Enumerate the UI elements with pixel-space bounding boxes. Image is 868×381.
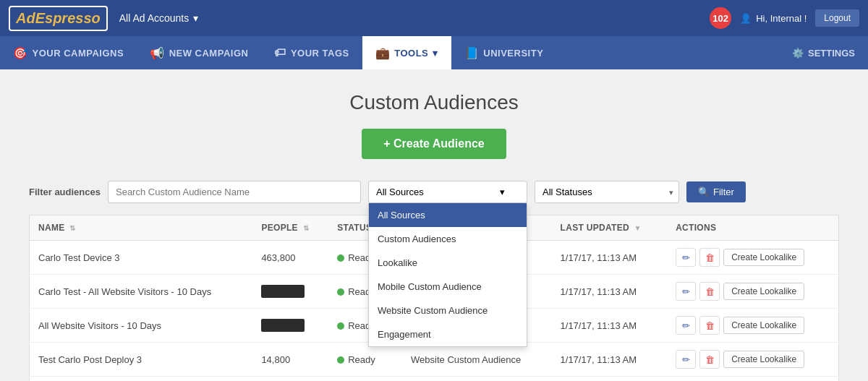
status-label: Ready [348,354,375,365]
statuses-dropdown-wrapper: All Statuses ▾ [535,181,679,203]
create-audience-button[interactable]: + Create Audience [362,129,506,159]
sources-dropdown-wrapper: All Sources ▾ All Sources Custom Audienc… [368,181,527,203]
user-icon: 👤 [740,13,752,24]
nav-your-campaigns[interactable]: 🎯 YOUR CAMPAIGNS [0,36,137,69]
top-bar: AdEspresso All Ad Accounts ▾ 102 👤 Hi, I… [0,0,868,36]
col-name: NAME ⇅ [30,215,253,241]
create-lookalike-button[interactable]: Create Lookalike [723,351,804,368]
filter-label: Filter audiences [29,187,101,197]
cell-name: All Website Visitors - 10 Days [30,309,253,343]
sources-dropdown-trigger[interactable]: All Sources ▾ [368,181,527,203]
nav-settings[interactable]: ⚙️ SETTINGS [779,36,868,69]
cell-source: Website Custom Audience [402,343,551,377]
logo-espresso: Espresso [35,10,101,26]
cell-people: 215,100 [252,377,328,382]
cell-people [252,275,328,309]
create-lookalike-button[interactable]: Create Lookalike [723,249,804,266]
page-title: Custom Audiences [29,91,839,114]
sort-name-icon[interactable]: ⇅ [69,224,75,232]
cell-source: Website Custom Audience [402,377,551,382]
secondary-nav: 🎯 YOUR CAMPAIGNS 📢 NEW CAMPAIGN 🏷 YOUR T… [0,36,868,69]
new-campaign-icon: 📢 [150,46,165,60]
campaigns-icon: 🎯 [13,46,28,60]
cell-name: Carlo Test Device 3 [30,241,253,275]
account-selector[interactable]: All Ad Accounts ▾ [119,12,199,24]
delete-button[interactable]: 🗑 [699,316,720,335]
cell-name: Test Carlo Post Deploy 3 [30,343,253,377]
sort-people-icon[interactable]: ⇅ [303,224,309,232]
status-dot [337,356,344,364]
status-dot [337,288,344,296]
tools-icon: 💼 [375,46,391,60]
tags-icon: 🏷 [274,46,286,59]
chevron-down-icon: ▾ [193,12,198,24]
search-input[interactable] [108,181,361,203]
cell-name: Test Max [30,377,253,382]
nav-new-campaign[interactable]: 📢 NEW CAMPAIGN [137,36,261,69]
cell-last-updated: 1/17/17, 11:13 AM [552,309,668,343]
create-lookalike-button[interactable]: Create Lookalike [723,283,804,300]
col-last-updated: LAST UPDATED ▼ [552,215,668,241]
logout-button[interactable]: Logout [815,9,859,27]
logo-ad: Ad [16,10,35,26]
top-right-actions: 102 👤 Hi, Internal ! Logout [710,7,859,29]
edit-button[interactable]: ✏ [676,316,696,335]
main-content: Custom Audiences + Create Audience Filte… [0,69,868,381]
cell-people: 463,800 [252,241,328,275]
cell-people: 14,800 [252,343,328,377]
status-dot [337,322,344,330]
edit-button[interactable]: ✏ [676,248,696,267]
action-buttons: ✏ 🗑 Create Lookalike [676,350,830,369]
action-buttons: ✏ 🗑 Create Lookalike [676,316,830,335]
nav-university[interactable]: 📘 UNIVERSITY [451,36,557,69]
sources-option-all[interactable]: All Sources [369,203,527,227]
delete-button[interactable]: 🗑 [699,248,720,267]
cell-last-updated: 1/17/17, 11:13 AM [552,275,668,309]
filter-button[interactable]: 🔍 Filter [686,181,746,202]
cell-last-updated: 1/17/17, 11:13 AM [552,377,668,382]
nav-your-tags[interactable]: 🏷 YOUR TAGS [261,36,362,69]
cell-name: Carlo Test - All Website Visitors - 10 D… [30,275,253,309]
table-row: Test Carlo Post Deploy 314,800ReadyWebsi… [30,343,839,377]
sources-selected-label: All Sources [376,187,424,197]
cell-last-updated: 1/17/17, 11:13 AM [552,241,668,275]
search-icon: 🔍 [698,187,710,197]
cell-actions: ✏ 🗑 Create Lookalike [667,309,838,343]
action-buttons: ✏ 🗑 Create Lookalike [676,248,830,267]
cell-status: Ready [328,343,402,377]
col-people: PEOPLE ⇅ [252,215,328,241]
sort-updated-icon[interactable]: ▼ [634,224,642,232]
sources-dropdown-menu: All Sources Custom Audiences Lookalike M… [368,203,527,347]
logo: AdEspresso [9,6,108,31]
status-dot [337,254,344,262]
cell-actions: ✏ 🗑 Create Lookalike [667,275,838,309]
cell-actions: ✏ 🗑 Create Lookalike [667,343,838,377]
people-color-bar [261,319,305,332]
edit-button[interactable]: ✏ [676,282,696,301]
create-lookalike-button[interactable]: Create Lookalike [723,317,804,334]
user-info: 👤 Hi, Internal ! [740,13,807,24]
edit-button[interactable]: ✏ [676,350,696,369]
col-actions: ACTIONS [667,215,838,241]
cell-last-updated: 1/17/17, 11:13 AM [552,343,668,377]
sources-option-lookalike[interactable]: Lookalike [369,251,527,275]
cell-people [252,309,328,343]
sources-option-mobile[interactable]: Mobile Custom Audience [369,275,527,299]
statuses-dropdown[interactable]: All Statuses [535,181,679,203]
delete-button[interactable]: 🗑 [699,282,720,301]
delete-button[interactable]: 🗑 [699,350,720,369]
filter-row: Filter audiences All Sources ▾ All Sourc… [29,181,839,203]
sources-option-website[interactable]: Website Custom Audience [369,299,527,322]
cell-status: Ready [328,377,402,382]
tools-dropdown-icon: ▾ [433,48,438,59]
notification-badge[interactable]: 102 [710,7,731,29]
nav-tools[interactable]: 💼 TOOLS ▾ [362,36,451,69]
sources-option-engagement[interactable]: Engagement [369,322,527,346]
settings-icon: ⚙️ [792,48,804,59]
sources-chevron-icon: ▾ [500,187,505,197]
sources-option-custom[interactable]: Custom Audiences [369,227,527,251]
people-color-bar [261,285,305,298]
user-greeting: Hi, Internal ! [756,13,807,24]
cell-actions: ✏ 🗑 Create Lookalike [667,377,838,382]
table-row: Test Max215,100ReadyWebsite Custom Audie… [30,377,839,382]
